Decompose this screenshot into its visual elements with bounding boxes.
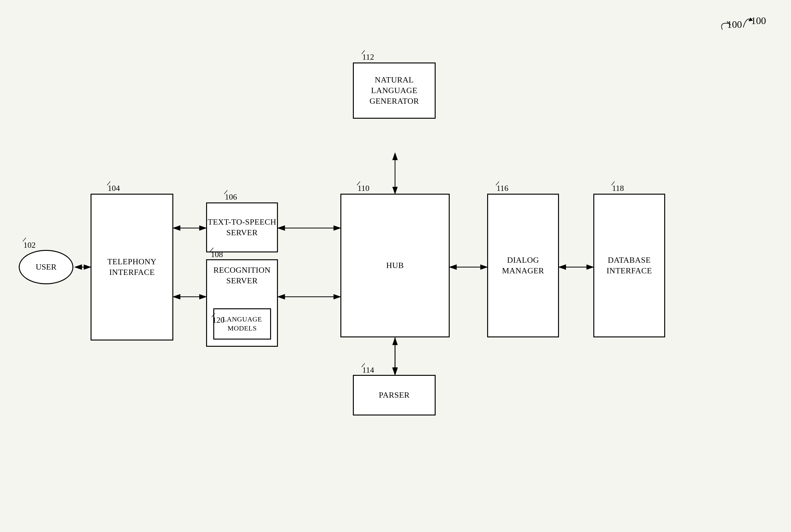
ref-120: 120 (212, 316, 225, 325)
hub-node: HUB (341, 194, 450, 337)
recognition-label: RECOGNITIONSERVER (207, 265, 277, 286)
ref-110: 110 (358, 184, 369, 193)
diagram: 100 (0, 0, 791, 532)
dialog-label: DIALOGMANAGER (502, 255, 544, 276)
tts-node: TEXT-TO-SPEECHSERVER (206, 203, 278, 252)
telephony-node: TELEPHONYINTERFACE (91, 194, 173, 341)
database-label: DATABASEINTERFACE (606, 255, 652, 276)
recognition-node: RECOGNITIONSERVER LANGUAGEMODELS (206, 259, 278, 347)
ref-104: 104 (108, 184, 120, 193)
ref-112: 112 (362, 53, 374, 62)
ref-118: 118 (612, 184, 624, 193)
telephony-label: TELEPHONYINTERFACE (108, 256, 157, 278)
user-label: USER (36, 262, 56, 272)
ref-116: 116 (497, 184, 508, 193)
figure-number: 100 (716, 19, 754, 37)
language-models-label: LANGUAGEMODELS (223, 315, 262, 333)
hub-label: HUB (386, 260, 404, 271)
nlg-label: NATURALLANGUAGEGENERATOR (369, 75, 419, 106)
database-node: DATABASEINTERFACE (593, 194, 665, 337)
ref-106: 106 (225, 192, 237, 202)
user-node: USER (19, 250, 73, 284)
ref-102: 102 (23, 241, 36, 250)
nlg-node: NATURALLANGUAGEGENERATOR (353, 62, 436, 119)
ref-114: 114 (362, 365, 374, 375)
ref-108: 108 (211, 250, 223, 259)
dialog-node: DIALOGMANAGER (487, 194, 559, 337)
parser-label: PARSER (379, 390, 410, 400)
tts-label: TEXT-TO-SPEECHSERVER (208, 217, 276, 238)
parser-node: PARSER (353, 375, 436, 416)
fig-ref-100: 100 (751, 15, 766, 26)
